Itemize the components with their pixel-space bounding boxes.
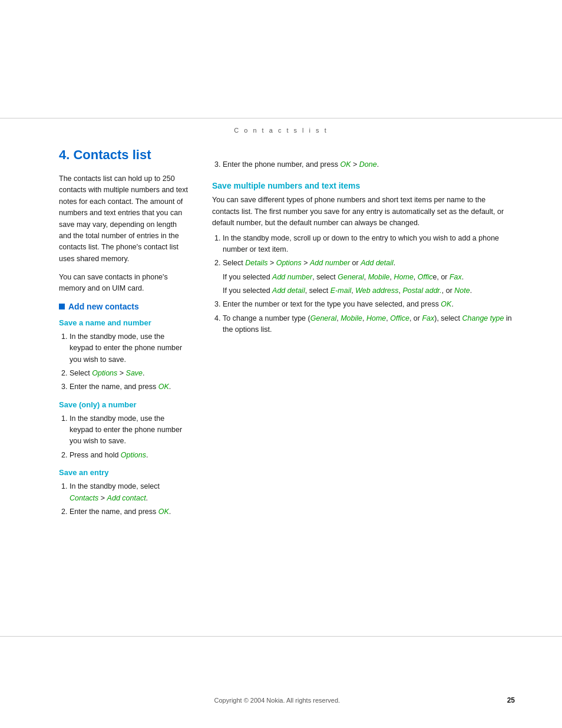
mobile-link: Mobile (368, 273, 390, 281)
subsection-save-name-heading: Save a name and number (59, 318, 189, 327)
section-multiple-heading: Save multiple numbers and text items (212, 181, 515, 190)
general-type-link: General (310, 314, 336, 322)
save-name-steps: In the standby mode, use the keypad to e… (59, 331, 189, 393)
add-number-note: If you selected Add number, select Gener… (223, 272, 515, 283)
fax-type-link: Fax (422, 314, 434, 322)
intro-step-3-item: Enter the phone number, and press OK > D… (223, 159, 515, 170)
chapter-title: 4. Contacts list (59, 147, 189, 163)
save-name-step-3: Enter the name, and press OK. (70, 381, 189, 393)
add-detail-ref: Add detail (272, 286, 305, 295)
multiple-step-1: In the standby mode, scroll up or down t… (223, 233, 515, 256)
multiple-step-4: To change a number type (General, Mobile… (223, 313, 515, 336)
page-container: C o n t a c t s l i s t 4. Contacts list… (0, 0, 562, 728)
done-link-intro: Done (359, 160, 377, 169)
save-number-step-1: In the standby mode, use the keypad to e… (70, 413, 189, 447)
details-link: Details (245, 259, 267, 267)
save-name-step-2: Select Options > Save. (70, 368, 189, 379)
web-link: Web address (355, 286, 398, 295)
left-column: 4. Contacts list The contacts list can h… (59, 147, 189, 634)
save-number-step-2: Press and hold Options. (70, 450, 189, 461)
ok-link-2: OK (158, 508, 169, 516)
options-link: Options (92, 369, 117, 377)
email-link: E-mail (330, 286, 351, 295)
multiple-steps: In the standby mode, scroll up or down t… (212, 233, 515, 336)
page-header-label: C o n t a c t s l i s t (0, 127, 562, 134)
save-entry-step-1: In the standby mode, select Contacts > A… (70, 481, 189, 504)
save-link: Save (126, 369, 143, 377)
save-number-steps: In the standby mode, use the keypad to e… (59, 413, 189, 462)
footer-rule (0, 636, 562, 637)
ok-link: OK (158, 383, 169, 391)
save-entry-steps: In the standby mode, select Contacts > A… (59, 481, 189, 518)
add-number-link: Add number (310, 259, 350, 267)
fax-link: Fax (449, 273, 462, 281)
ok-link-3: OK (441, 300, 451, 308)
ok-link-intro: OK (340, 160, 351, 169)
multiple-step-2: Select Details > Options > Add number or… (223, 258, 515, 297)
note-link: Note (454, 286, 470, 295)
header-rule (0, 118, 562, 118)
postal-link: Postal addr. (403, 286, 442, 295)
intro-paragraph-1: The contacts list can hold up to 250 con… (59, 173, 189, 265)
footer-copyright: Copyright © 2004 Nokia. All rights reser… (59, 697, 495, 704)
content-area: 4. Contacts list The contacts list can h… (59, 147, 515, 634)
office-type-link: Office (390, 314, 409, 322)
section-add-heading: Add new contacts (59, 302, 189, 311)
footer-area: Copyright © 2004 Nokia. All rights reser… (59, 696, 515, 704)
subsection-save-number-heading: Save (only) a number (59, 400, 189, 409)
save-entry-step-2: Enter the name, and press OK. (70, 506, 189, 518)
multiple-intro: You can save different types of phone nu… (212, 195, 515, 229)
add-detail-note: If you selected Add detail, select E-mai… (223, 285, 515, 297)
right-column: Enter the phone number, and press OK > D… (212, 147, 515, 634)
add-contact-link: Add contact (107, 494, 146, 502)
intro-paragraph-2: You can save contacts in phone's memory … (59, 272, 189, 295)
change-type-link: Change type (462, 314, 504, 322)
add-number-ref: Add number (272, 273, 312, 281)
add-detail-link: Add detail (361, 259, 394, 267)
subsection-save-entry-heading: Save an entry (59, 468, 189, 477)
save-name-step-1: In the standby mode, use the keypad to e… (70, 331, 189, 365)
office-link: Offic (418, 273, 433, 281)
page-number: 25 (507, 696, 515, 704)
home-type-link: Home (366, 314, 386, 322)
home-link: Home (394, 273, 413, 281)
options-link-2: Options (276, 259, 302, 267)
contacts-link: Contacts (70, 494, 98, 502)
mobile-type-link: Mobile (340, 314, 362, 322)
options-hold-link: Options (121, 451, 146, 459)
general-link: General (338, 273, 363, 281)
square-icon (59, 304, 65, 309)
intro-step-3: Enter the phone number, and press OK > D… (212, 159, 515, 170)
multiple-step-3: Enter the number or text for the type yo… (223, 299, 515, 310)
